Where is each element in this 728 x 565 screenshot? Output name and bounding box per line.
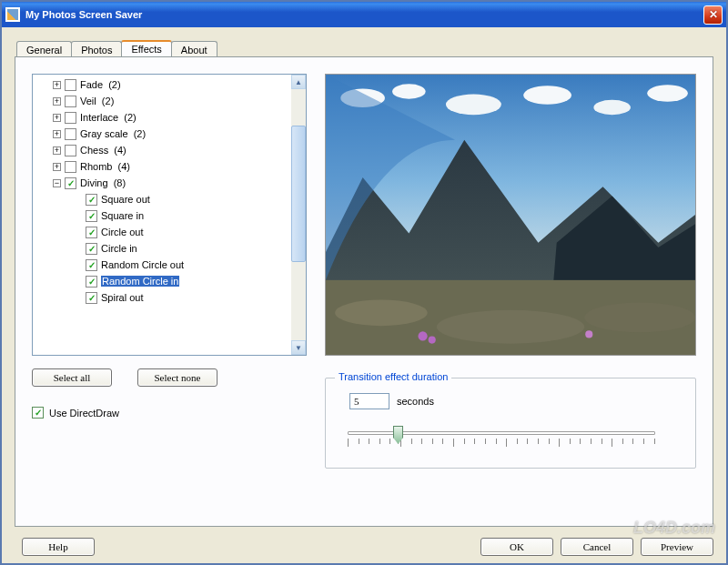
tab-about[interactable]: About [171,41,217,57]
group-label: Gray scale (2) [80,128,146,139]
expand-icon[interactable]: + [53,163,61,171]
expand-icon[interactable]: + [53,97,61,106]
tree-group-fade[interactable]: +Fade (2) [35,76,289,93]
tree-group-gray-scale[interactable]: +Gray scale (2) [35,126,289,142]
svg-point-13 [585,330,592,338]
item-label: Square out [101,194,150,205]
tree-item-random-circle-out[interactable]: Random Circle out [35,257,289,273]
expand-icon[interactable]: + [53,81,61,89]
item-checkbox[interactable] [86,276,97,288]
group-label: Veil (2) [80,96,114,106]
svg-point-2 [392,84,426,98]
tab-strip: General Photos Effects About [16,36,713,56]
svg-point-9 [437,310,584,344]
item-checkbox[interactable] [86,259,97,271]
dialog-window: My Photos Screen Saver ✕ General Photos … [0,0,728,565]
effects-left-column: +Fade (2)+Veil (2)+Interlace (2)+Gray sc… [32,74,307,510]
ok-button[interactable]: OK [480,538,553,556]
tree-group-veil[interactable]: +Veil (2) [35,93,289,109]
client-area: General Photos Effects About +Fade (2)+V… [2,27,726,563]
svg-point-6 [647,85,688,101]
duration-input[interactable] [349,393,389,409]
group-checkbox[interactable] [65,128,76,140]
effect-preview [325,74,696,356]
expand-icon[interactable]: − [53,179,61,187]
expand-icon[interactable]: + [53,130,61,138]
item-checkbox[interactable] [86,210,97,222]
use-directdraw-checkbox[interactable] [32,407,44,419]
group-checkbox[interactable] [65,177,76,189]
item-label: Random Circle out [101,259,184,270]
svg-point-5 [593,100,631,115]
tree-scrollbar[interactable]: ▲ ▼ [291,75,306,355]
select-none-button[interactable]: Select none [137,368,217,387]
tree-item-circle-out[interactable]: Circle out [35,224,289,240]
tab-panel-effects: +Fade (2)+Veil (2)+Interlace (2)+Gray sc… [15,56,713,527]
cancel-button[interactable]: Cancel [561,538,633,556]
item-label: Random Circle in [101,276,179,287]
item-checkbox[interactable] [86,292,97,304]
expand-icon[interactable]: + [53,114,61,122]
dialog-button-bar: Help OK Cancel Preview [15,527,713,556]
group-label: Fade (2) [80,79,121,90]
item-label: Square in [101,210,144,221]
group-checkbox[interactable] [65,161,76,173]
svg-point-8 [335,299,428,326]
scroll-up-button[interactable]: ▲ [291,75,306,89]
item-checkbox[interactable] [86,243,97,255]
use-directdraw-label: Use DirectDraw [49,408,119,419]
effects-tree: +Fade (2)+Veil (2)+Interlace (2)+Gray sc… [32,74,307,356]
group-label: Interlace (2) [80,112,136,123]
title-bar: My Photos Screen Saver ✕ [2,2,726,27]
help-button[interactable]: Help [22,538,95,556]
effects-tree-list[interactable]: +Fade (2)+Veil (2)+Interlace (2)+Gray sc… [33,75,291,355]
group-label: Diving (8) [80,177,126,188]
tree-group-diving[interactable]: −Diving (8) [35,175,289,191]
tree-group-interlace[interactable]: +Interlace (2) [35,109,289,126]
select-all-button[interactable]: Select all [32,368,112,387]
close-icon: ✕ [709,8,718,21]
svg-point-4 [523,86,571,105]
expand-icon[interactable]: + [53,146,61,155]
svg-point-12 [429,336,436,343]
close-button[interactable]: ✕ [703,5,723,25]
tree-item-square-out[interactable]: Square out [35,191,289,207]
effects-right-column: Transition effect duration seconds [325,74,696,510]
duration-group-title: Transition effect duration [335,371,451,382]
duration-group: Transition effect duration seconds [325,378,696,469]
tree-item-random-circle-in[interactable]: Random Circle in [35,273,289,289]
svg-point-3 [446,95,501,116]
item-checkbox[interactable] [86,227,97,238]
tree-group-rhomb[interactable]: +Rhomb (4) [35,158,289,175]
tab-general[interactable]: General [16,41,72,57]
select-buttons-row: Select all Select none [32,368,307,387]
duration-slider[interactable] [342,426,661,451]
svg-point-11 [419,331,428,340]
tree-item-square-in[interactable]: Square in [35,207,289,224]
group-checkbox[interactable] [65,79,76,91]
window-title: My Photos Screen Saver [25,9,703,20]
tree-group-chess[interactable]: +Chess (4) [35,142,289,158]
item-checkbox[interactable] [86,194,97,206]
tree-item-circle-in[interactable]: Circle in [35,240,289,257]
group-checkbox[interactable] [65,96,76,107]
svg-point-10 [584,303,695,333]
scroll-down-button[interactable]: ▼ [291,340,306,355]
group-label: Rhomb (4) [80,161,130,172]
tab-effects[interactable]: Effects [121,40,171,56]
scroll-thumb[interactable] [291,126,306,262]
duration-unit-label: seconds [397,396,434,407]
scroll-track[interactable] [291,89,306,340]
tab-photos[interactable]: Photos [71,41,122,57]
preview-button[interactable]: Preview [641,538,713,556]
group-checkbox[interactable] [65,145,76,156]
app-icon [5,7,20,22]
item-label: Circle out [101,227,143,237]
group-checkbox[interactable] [65,112,76,124]
directdraw-row: Use DirectDraw [32,407,307,419]
preview-image [326,75,695,355]
item-label: Spiral out [101,292,143,303]
tree-item-spiral-out[interactable]: Spiral out [35,289,289,306]
slider-ticks [348,439,655,446]
group-label: Chess (4) [80,145,126,156]
